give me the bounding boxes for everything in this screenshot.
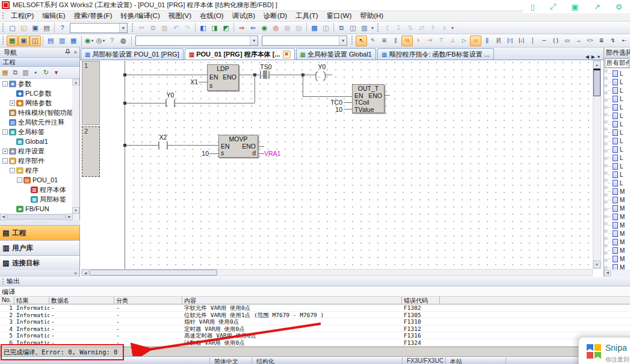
ladder-editor[interactable]: 1 X1 LDP ENENO s TS0 ∕ Y0 OUT_T ENENO TC… (80, 60, 604, 277)
tab-prev-icon[interactable]: ◀ (585, 54, 589, 60)
device-comment-button[interactable]: ▤ (45, 35, 57, 46)
function-block-button[interactable]: ▭ (561, 35, 573, 46)
tree-item-special-module[interactable]: ▦ 特殊模块(智能功能模块 (0, 108, 72, 117)
step-ladder-1-button[interactable]: ↥ (381, 22, 393, 33)
select-cursor-button[interactable]: ↖ (356, 35, 367, 46)
tree-item-network-parameter[interactable]: + ◆ 网络参数 (0, 98, 72, 108)
data-new-button[interactable]: ▦ (0, 68, 10, 78)
scan-reset-button[interactable]: ↡ (439, 22, 450, 33)
tab-close-icon[interactable]: ✕ (283, 51, 291, 58)
data-sort-button[interactable]: ▾ (51, 68, 61, 78)
tab-local-label-setting[interactable]: ▦ 局部标签设置 POU_01 [PRG] (81, 48, 184, 60)
delete-row-button[interactable]: ⊥ (447, 35, 459, 46)
tree-item-global-label[interactable]: - ▦ 全局标签 (0, 127, 72, 137)
monitor-read-mode-button[interactable]: ◩ (220, 22, 232, 33)
tree-expander[interactable]: - (17, 177, 22, 183)
operand-tvalue-10[interactable]: 10 (332, 106, 342, 113)
tree-expander[interactable]: - (2, 81, 8, 87)
device-test-button[interactable]: ▨ (293, 22, 304, 33)
tab-program-body[interactable]: ▥ POU_01 [PRG] 程序本体 [... ✕ (185, 48, 295, 60)
tree-horizontal-scrollbar[interactable]: ◀ ▶ (0, 214, 73, 220)
tree-item-parameter[interactable]: - ◈ 参数 (0, 79, 72, 88)
tree-vertical-scrollbar[interactable]: ▲ ▼ (72, 79, 79, 214)
open-window-3-button[interactable]: ▥ (359, 22, 370, 33)
device-monitor-button[interactable]: ▩ (309, 22, 320, 33)
device-label-button[interactable]: ⊞ (378, 35, 390, 46)
snipaste-notification[interactable]: Snipa 你注意到 (578, 337, 630, 364)
redo-button[interactable]: ↷ (182, 22, 193, 33)
output-row[interactable]: 3 Information - - 指针 VAR用 使用0点 F1310 (0, 318, 630, 325)
comment-box-button[interactable]: ≣ (596, 35, 607, 46)
tree-item-program-body[interactable]: ▥ 程序本体 (0, 185, 72, 194)
scroll-right-icon[interactable]: ▶ (66, 214, 73, 220)
nav-button-user-library[interactable]: ▥ 用户库 (0, 240, 79, 255)
parts-tree-item[interactable]: ┄ L (608, 145, 630, 153)
menu-item[interactable]: 调试(B) (228, 10, 259, 22)
contact-x2-open[interactable] (158, 141, 168, 149)
horizontal-line-button[interactable]: ─ (539, 35, 550, 46)
tree-item-global1[interactable]: ▦ Global1 (0, 137, 72, 146)
tree-item-pou01[interactable]: - ▤ POU_01 (0, 175, 72, 185)
new-project-button[interactable]: ▢ (7, 22, 18, 33)
step-ladder-3-button[interactable]: ⇅ (404, 22, 416, 33)
data-copy-button[interactable]: ⧉ (10, 68, 20, 78)
parts-tree-item[interactable]: ┄ L (608, 69, 630, 78)
replace-combo[interactable]: ▼ (262, 35, 347, 46)
tab-global-label-setting[interactable]: ▦ 全局标签设置 Global1 (296, 48, 376, 60)
parts-tree-item[interactable]: ┄ L (608, 179, 630, 187)
tree-item-plc-parameter[interactable]: ◆ PLC参数 (0, 88, 72, 98)
save-project-button[interactable]: ▣ (29, 22, 41, 33)
parts-tree-item[interactable]: ┄ L (608, 128, 630, 137)
jump-button[interactable]: → (573, 35, 584, 46)
element-selection-toggle[interactable]: ▣ (18, 35, 29, 46)
tree-item-local-label[interactable]: ▦ 局部标签 (0, 194, 72, 204)
data-property-button[interactable]: ▪ (31, 68, 41, 78)
snip-window-icon[interactable]: ▯ (531, 2, 535, 11)
tree-expander[interactable]: + (2, 149, 8, 154)
toolbar-overflow-icon[interactable]: ▾ (450, 25, 455, 31)
remote-operation-button[interactable]: ◎ (270, 22, 282, 33)
vertical-line-button[interactable]: │ (527, 35, 539, 46)
parts-tree-item[interactable]: ┄ L (608, 162, 630, 170)
network-1-header[interactable]: 1 (82, 61, 100, 125)
menu-item[interactable]: 帮助(H) (356, 10, 388, 22)
open-project-button[interactable]: ◱ (18, 22, 29, 33)
output-row[interactable]: 1 Information - - 字软元件 VAR用 使用0点 F1302 (0, 304, 630, 312)
delete-branch-button[interactable]: ⊣ (424, 35, 436, 46)
parts-tree-item[interactable]: ┄ M (608, 263, 630, 270)
connect-line-button[interactable]: ↯ (607, 35, 619, 46)
column-error-code[interactable]: 错误代码 (402, 297, 440, 304)
toolbar-overflow-icon[interactable]: ▾ (370, 25, 375, 31)
tree-item-global-device-comment[interactable]: ▤ 全局软元件注释 (0, 117, 72, 127)
parts-tree-item[interactable]: ┄ M (608, 238, 630, 246)
scan-stop-button[interactable]: ↟ (427, 22, 439, 33)
contact-close-button[interactable]: |/| (493, 35, 504, 46)
parts-tree-item[interactable]: ┄ M (608, 254, 630, 263)
parts-filter-combo[interactable]: 所有部件 (605, 58, 629, 68)
nav-button-project[interactable]: ▤ 工程 (0, 225, 79, 240)
tree-expander[interactable]: - (2, 129, 8, 135)
snip-share-icon[interactable]: ↗ (594, 2, 601, 11)
tree-item-fb-fun[interactable]: ▰ FB/FUN (0, 204, 72, 214)
scroll-up-icon[interactable]: ▲ (593, 61, 601, 69)
read-from-plc-button[interactable]: ⇐ (247, 22, 259, 33)
snip-fullscreen-icon[interactable]: ⤢ (550, 2, 556, 11)
column-content[interactable]: 内容 (182, 297, 402, 304)
device-statement-button[interactable]: ▥ (57, 35, 68, 46)
find-button[interactable]: ◍ (118, 35, 129, 46)
editor-vertical-scrollbar[interactable]: ▲ ▼ (593, 60, 601, 269)
device-display-button[interactable]: ◉▾ (84, 35, 95, 46)
open-window-2-button[interactable]: ◫ (347, 22, 359, 33)
scroll-left-icon[interactable]: ◀ (604, 270, 611, 276)
contact-falling-button[interactable]: |↓| (516, 35, 527, 46)
parts-tree-item[interactable]: ┄ M (608, 221, 630, 229)
scroll-down-icon[interactable]: ▼ (72, 207, 79, 214)
scroll-left-icon[interactable]: ◀ (82, 270, 89, 276)
operand-x2[interactable]: X2 (155, 134, 171, 141)
parts-tree-item[interactable]: ┄ L (608, 111, 630, 120)
tree-item-program[interactable]: - ▰ 程序 (0, 165, 72, 175)
fbd-block-out-t[interactable]: OUT_T ENENO TCoil TValue (352, 84, 384, 113)
contact-rising-button[interactable]: |↑| (504, 35, 516, 46)
input-instruction-button[interactable]: <> (584, 35, 596, 46)
scroll-down-icon[interactable]: ▼ (593, 261, 601, 268)
